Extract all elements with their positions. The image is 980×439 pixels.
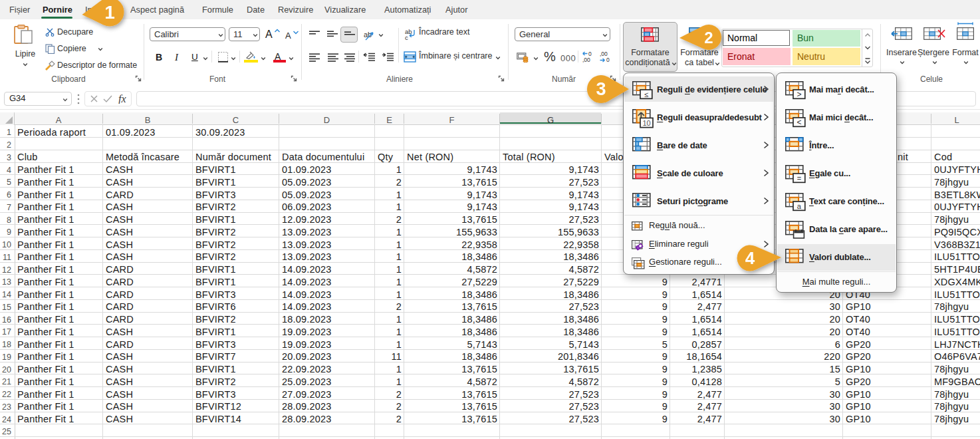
svg-text:=: = xyxy=(797,174,801,182)
svg-text:c: c xyxy=(405,34,408,41)
svg-text:>: > xyxy=(796,90,801,99)
svg-text:,00: ,00 xyxy=(582,57,590,63)
svg-text:a: a xyxy=(797,202,802,210)
svg-text:fx: fx xyxy=(118,94,126,104)
svg-text:<: < xyxy=(796,118,801,127)
svg-text:0: 0 xyxy=(606,57,610,63)
svg-text:10: 10 xyxy=(642,119,650,127)
svg-text:≤: ≤ xyxy=(644,90,648,98)
